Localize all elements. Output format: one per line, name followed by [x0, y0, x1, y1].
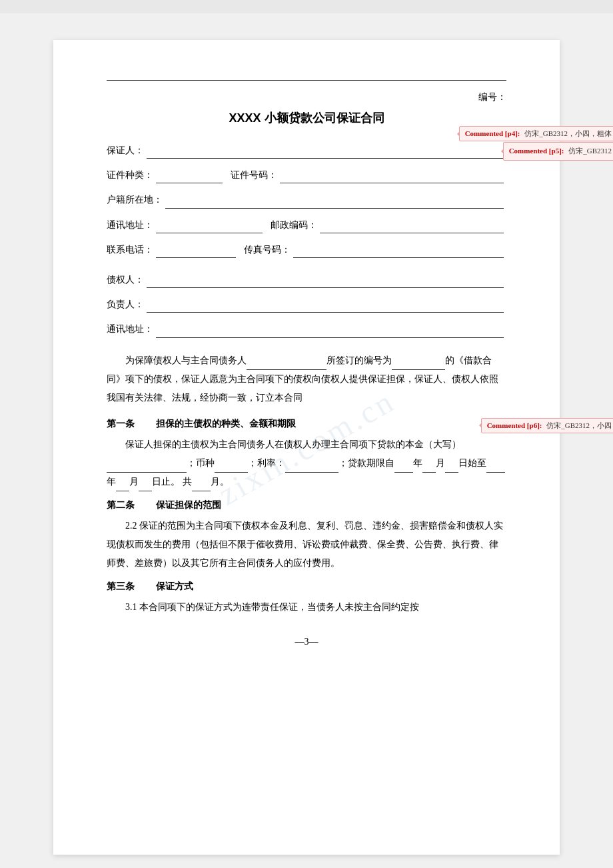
document-page: zixin.com.cn 编号： XXXX 小额贷款公司保证合同 Comment… — [53, 40, 560, 855]
address-row: 通讯地址： 邮政编码： — [107, 217, 506, 233]
guarantor-row: 保证人： Commented [p5]: 仿宋_GB2312，小四 — [107, 142, 506, 159]
article3-body: 3.1 本合同项下的保证方式为连带责任保证，当债务人未按主合同约定按 — [107, 598, 506, 617]
fax-line — [293, 246, 504, 258]
household-label: 户籍所在地： — [107, 191, 163, 208]
rate-line — [285, 461, 338, 473]
creditor-section: 债权人： 负责人： 通讯地址： — [107, 271, 506, 338]
comment-p4: Commented [p4]: 仿宋_GB2312，小四，粗体，居中 — [459, 126, 613, 141]
article1-title: 第一条 担保的主债权的种类、金额和期限 Commented [p6]: 仿宋_G… — [107, 418, 506, 430]
article3-title: 第三条 保证方式 — [107, 581, 506, 593]
article1-body: 保证人担保的主债权为主合同债务人在债权人办理主合同项下贷款的本金（大写）；币种；… — [107, 435, 506, 491]
months-line — [192, 479, 211, 491]
guarantor-label: 保证人： — [107, 142, 144, 159]
day2-line — [139, 479, 152, 491]
year2-line — [486, 461, 505, 473]
cert-no-label: 证件号码： — [231, 167, 277, 183]
comm-address-label: 通讯地址： — [107, 321, 153, 337]
fax-label: 传真号码： — [244, 241, 291, 258]
comm-address-row: 通讯地址： — [107, 321, 506, 337]
phone-label: 联系电话： — [107, 241, 153, 258]
guarantor-input-line — [147, 147, 504, 159]
comm-address-line — [156, 326, 504, 338]
month2-line — [116, 479, 129, 491]
cert-no-line — [280, 171, 504, 183]
currency-line — [215, 461, 248, 473]
bianh-row: 编号： — [107, 91, 506, 103]
phone-row: 联系电话： 传真号码： — [107, 241, 506, 258]
phone-line — [156, 246, 236, 258]
cert-type-line — [156, 171, 223, 183]
household-row: 户籍所在地： — [107, 191, 506, 208]
page-wrapper: zixin.com.cn 编号： XXXX 小额贷款公司保证合同 Comment… — [0, 13, 613, 868]
address-line — [156, 221, 263, 233]
debtor-label: 负责人： — [107, 296, 144, 313]
creditor-row: 债权人： — [107, 271, 506, 288]
contract-no-line — [392, 358, 445, 370]
postcode-line — [320, 221, 504, 233]
household-line — [165, 197, 504, 209]
debtor-line — [147, 301, 504, 313]
debtor-row: 负责人： — [107, 296, 506, 313]
intro-paragraph: 为保障债权人与主合同债务人所签订的编号为的《借款合同》项下的债权，保证人愿意为主… — [107, 351, 506, 407]
cert-row: 证件种类： 证件号码： — [107, 167, 506, 183]
content-layer: 编号： XXXX 小额贷款公司保证合同 Commented [p4]: 仿宋_G… — [107, 80, 506, 647]
postcode-label: 邮政编码： — [271, 217, 317, 233]
document-title: XXXX 小额贷款公司保证合同 Commented [p4]: 仿宋_GB231… — [107, 110, 506, 126]
bianh-label: 编号： — [478, 92, 506, 102]
cert-type-label: 证件种类： — [107, 167, 153, 183]
month1-line — [422, 461, 436, 473]
article2-title: 第二条 保证担保的范围 — [107, 499, 506, 511]
debtor-name-line — [247, 358, 326, 370]
address-label: 通讯地址： — [107, 217, 153, 233]
year1-line — [394, 461, 413, 473]
article2-body: 2.2 保证的范围为主合同项下债权本金及利息、复利、罚息、违约金、损害赔偿金和债… — [107, 517, 506, 573]
amount-line — [107, 461, 187, 473]
comment-p5: Commented [p5]: 仿宋_GB2312，小四 — [503, 142, 613, 161]
top-divider — [107, 80, 506, 81]
creditor-label: 债权人： — [107, 271, 144, 288]
comment-p6: Commented [p6]: 仿宋_GB2312，小四，粗体 — [481, 418, 613, 433]
page-number: —3— — [107, 637, 506, 647]
day1-line — [445, 461, 458, 473]
creditor-line — [147, 276, 504, 288]
guarantor-section: 保证人： Commented [p5]: 仿宋_GB2312，小四 证件种类： … — [107, 142, 506, 258]
